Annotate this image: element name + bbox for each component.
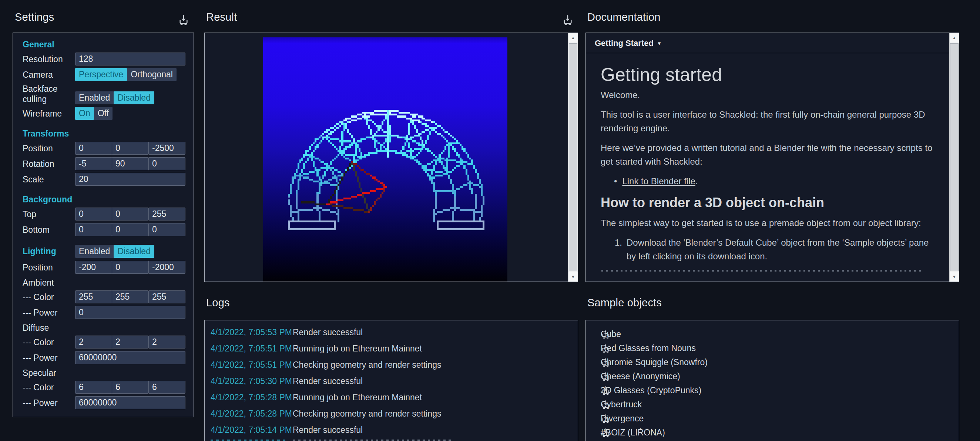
input-resolution-0[interactable] <box>75 52 185 65</box>
input-color-2[interactable] <box>148 290 185 303</box>
scrollbar-up-button[interactable]: ▲ <box>950 33 959 43</box>
result-title: Result <box>206 11 237 23</box>
sample-name: Cybertruck <box>601 400 949 409</box>
doc-content: Getting started Welcome. This tool is a … <box>586 53 959 271</box>
log-timestamp: 4/1/2022, 7:05:51 PM <box>211 360 293 370</box>
input-color-0[interactable] <box>75 336 112 349</box>
input-color-1[interactable] <box>112 336 149 349</box>
input-top-0[interactable] <box>75 208 112 220</box>
download-icon[interactable] <box>601 329 611 339</box>
doc-step-text: Download the ‘Blender’s Default Cube’ ob… <box>627 236 935 263</box>
settings-label: --- Power <box>22 308 75 318</box>
scrollbar-track[interactable] <box>568 43 578 272</box>
settings-label: Rotation <box>22 159 75 169</box>
download-icon[interactable] <box>562 14 574 26</box>
input-position-1[interactable] <box>112 261 149 274</box>
download-icon[interactable] <box>601 399 611 409</box>
download-icon[interactable] <box>178 14 189 26</box>
doc-section-dropdown[interactable]: Getting Started ▼ <box>586 33 959 53</box>
input-power-0[interactable] <box>75 351 185 364</box>
sample-row: Chromie Squiggle (Snowfro) <box>601 355 949 369</box>
settings-row-diffuse: Diffuse <box>22 323 185 333</box>
toggle-option-disabled[interactable]: Disabled <box>114 245 154 258</box>
scrollbar-down-button[interactable]: ▼ <box>568 272 578 282</box>
log-row: 4/1/2022, 7:05:51 PMRunning job on Ether… <box>211 340 578 357</box>
render-image <box>263 37 508 282</box>
input-power-0[interactable] <box>75 396 185 409</box>
input-top-2[interactable] <box>148 208 185 220</box>
scrollbar-track[interactable] <box>950 43 959 272</box>
scrollbar-up-button[interactable]: ▲ <box>568 33 578 43</box>
log-timestamp: 4/1/2022, 7:05:51 PM <box>211 344 293 354</box>
sample-row: 3D Glasses (CryptoPunks) <box>601 383 949 397</box>
section-header: General <box>22 40 75 49</box>
download-icon[interactable] <box>601 413 611 424</box>
settings-row-bottom: Bottom <box>22 223 185 236</box>
blender-file-link[interactable]: Link to Blender file <box>622 176 695 186</box>
input-bottom-0[interactable] <box>75 223 112 236</box>
scrollbar[interactable]: ▲▼ <box>568 33 578 282</box>
settings-row-camera: CameraPerspectiveOrthogonal <box>22 68 185 81</box>
input-scale-0[interactable] <box>75 173 185 186</box>
sample-name: Cube <box>601 329 949 339</box>
input-color-1[interactable] <box>112 381 149 393</box>
input-rotation-1[interactable] <box>112 157 149 170</box>
download-icon[interactable] <box>601 343 611 353</box>
settings-label: Specular <box>22 368 75 378</box>
settings-row-color: --- Color <box>22 290 185 303</box>
section-header: Transforms <box>22 129 75 139</box>
download-icon[interactable] <box>601 385 611 395</box>
input-top-1[interactable] <box>112 208 149 220</box>
input-position-2[interactable] <box>148 261 185 274</box>
download-icon[interactable] <box>601 357 611 367</box>
bullet-icon: • <box>614 176 617 186</box>
result-panel: ▲▼ <box>204 33 578 282</box>
input-position-1[interactable] <box>112 142 149 155</box>
sample-name: Divergence <box>601 414 949 424</box>
logs-panel: 4/1/2022, 7:05:53 PMRender successful4/1… <box>204 320 578 441</box>
scrollbar-thumb[interactable] <box>569 43 578 271</box>
section-header: Background <box>22 195 75 205</box>
toggle-option-disabled[interactable]: Disabled <box>114 91 154 104</box>
log-message: Render successful <box>293 376 363 386</box>
toggle-option-perspective[interactable]: Perspective <box>75 68 127 81</box>
input-bottom-1[interactable] <box>112 223 149 236</box>
sample-name: Red Glasses from Nouns <box>601 343 949 353</box>
sample-row: Divergence <box>601 411 949 425</box>
toggle-option-off[interactable]: Off <box>94 107 113 120</box>
settings-label: Top <box>22 209 75 219</box>
download-icon[interactable] <box>601 371 611 381</box>
scrollbar-thumb[interactable] <box>950 43 959 271</box>
log-row: 4/1/2022, 7:05:30 PMRender successful <box>211 373 578 389</box>
log-row: 4/1/2022, 7:05:53 PMRender successful <box>211 324 578 340</box>
input-color-1[interactable] <box>112 290 149 303</box>
input-color-0[interactable] <box>75 290 112 303</box>
download-icon[interactable] <box>601 427 611 438</box>
toggle-option-enabled[interactable]: Enabled <box>75 245 114 258</box>
input-rotation-0[interactable] <box>75 157 112 170</box>
toggle-option-orthogonal[interactable]: Orthogonal <box>127 68 177 81</box>
input-color-0[interactable] <box>75 381 112 393</box>
scrollbar-down-button[interactable]: ▼ <box>950 272 959 282</box>
input-rotation-2[interactable] <box>148 157 185 170</box>
input-position-0[interactable] <box>75 261 112 274</box>
log-message: Running job on Ethereum Mainnet <box>293 393 422 403</box>
toggle-option-enabled[interactable]: Enabled <box>75 91 114 104</box>
scrollbar[interactable]: ▲▼ <box>949 33 959 282</box>
settings-title: Settings <box>15 11 54 23</box>
settings-label: --- Power <box>22 398 75 408</box>
settings-label: Position <box>22 143 75 154</box>
settings-section-general: General <box>22 40 185 49</box>
samples-panel: CubeRed Glasses from NounsChromie Squigg… <box>585 320 959 441</box>
toggle-backface-culling: EnabledDisabled <box>75 91 154 104</box>
input-color-2[interactable] <box>148 336 185 349</box>
input-bottom-2[interactable] <box>148 223 185 236</box>
input-position-0[interactable] <box>75 142 112 155</box>
input-color-2[interactable] <box>148 381 185 393</box>
settings-label: Position <box>22 262 75 273</box>
settings-label: Resolution <box>22 54 75 64</box>
toggle-option-on[interactable]: On <box>75 107 94 120</box>
input-power-0[interactable] <box>75 306 185 319</box>
input-position-2[interactable] <box>148 142 185 155</box>
settings-label: --- Color <box>22 292 75 302</box>
